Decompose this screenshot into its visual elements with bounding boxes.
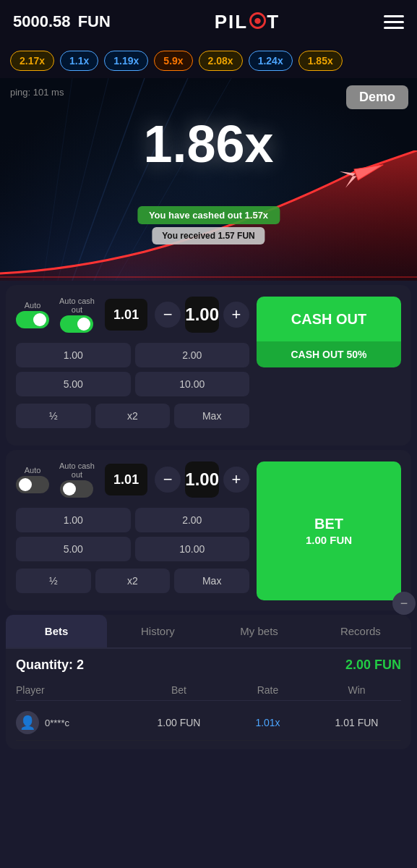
quantity-row: Quantity: 2 2.00 FUN [16,658,401,673]
quick-2.00-btn-2[interactable]: 2.00 [135,508,250,532]
bet-label: BET [314,514,343,533]
mult-badge-3: 5.9x [154,51,192,71]
quantity-fun: 2.00 FUN [345,658,401,673]
bet-value-2: 1.00 [185,461,219,498]
cashout-message: You have cashed out 1.57x [137,206,280,224]
balance-value: 5000.58 FUN [13,12,111,30]
bet-fun-label: 1.00 FUN [306,533,352,548]
auto-cashout-label-2: Auto cash out [56,461,98,479]
logo-text2: T [267,11,280,33]
logo-text: PIL [215,11,248,33]
multiplier-history-row: 2.17x 1.1x 1.19x 5.9x 2.08x 1.24x 1.85x [0,43,417,78]
bets-section: Quantity: 2 2.00 FUN Player Bet Rate Win… [6,649,411,749]
auto-toggle-group-2: Auto [16,466,49,493]
player-cell: 👤 0****c [16,711,134,734]
balance-display: 5000.58 FUN [13,12,111,31]
bet-increase-btn-2[interactable]: + [223,467,249,493]
auto-cashout-value-2[interactable]: 1.01 [105,464,147,495]
demo-badge: Demo [346,85,408,109]
quick-1.00-btn-1[interactable]: 1.00 [16,343,131,367]
quick-amounts-2: 1.00 2.00 5.00 10.00 [16,508,249,561]
mult-badge-2: 1.19x [104,51,148,71]
logo-accent: ⦿ [248,11,267,33]
bet-panel-2-right: BET 1.00 FUN [257,461,401,600]
tab-my-bets[interactable]: My bets [209,615,310,647]
bet-increase-btn-1[interactable]: + [223,302,249,328]
bet-decrease-btn-1[interactable]: − [155,302,181,328]
double-btn-2[interactable]: x2 [95,569,171,593]
cashout50-button[interactable]: CASH OUT 50% [257,341,401,367]
auto-toggle-group-1: Auto [16,301,49,328]
mult-badge-5: 1.24x [249,51,293,71]
bet-cell: 1.00 FUN [134,717,223,728]
quick-amounts-1: 1.00 2.00 5.00 10.00 [16,343,249,396]
menu-button[interactable] [384,15,404,29]
avatar: 👤 [16,711,39,734]
ping-label: ping: 101 ms [10,87,64,98]
bet-panel-2: Auto Auto cash out 1.01 − 1.00 + [6,450,411,610]
quantity-label: Quantity: 2 [16,658,84,673]
auto-toggle-1[interactable] [16,311,49,328]
quick-1.00-btn-2[interactable]: 1.00 [16,508,131,532]
quick-actions-1: ½ x2 Max [16,404,249,428]
mult-badge-1: 1.1x [60,51,98,71]
logo: PIL ⦿ T [215,11,280,33]
quick-actions-2: ½ x2 Max [16,569,249,593]
header-rate: Rate [223,684,312,696]
rate-cell: 1.01x [223,717,312,728]
table-row: 👤 0****c 1.00 FUN 1.01x 1.01 FUN [16,705,401,741]
table-header: Player Bet Rate Win [16,680,401,701]
bet-panel-1: Auto Auto cash out 1.01 − 1.00 + [6,285,411,446]
tab-bets[interactable]: Bets [6,615,107,647]
bet-panel-1-layout: Auto Auto cash out 1.01 − 1.00 + [16,297,401,435]
auto-cashout-toggle-2[interactable] [60,480,93,498]
remove-panel-button[interactable]: − [392,592,416,615]
quick-5.00-btn-2[interactable]: 5.00 [16,537,131,561]
bet-panel-2-left: Auto Auto cash out 1.01 − 1.00 + [16,461,249,600]
balance-amount: 5000.58 [13,12,71,30]
cashout-button[interactable]: CASH OUT [257,297,401,341]
tab-history[interactable]: History [107,615,208,647]
bet-button[interactable]: BET 1.00 FUN [257,461,401,600]
bet-panel-2-layout: Auto Auto cash out 1.01 − 1.00 + [16,461,401,600]
bet-panel-1-top: Auto Auto cash out 1.01 − 1.00 + [16,297,249,333]
double-btn-1[interactable]: x2 [95,404,171,428]
quick-5.00-btn-1[interactable]: 5.00 [16,372,131,396]
bet-panel-1-right: CASH OUT CASH OUT 50% [257,297,401,435]
bet-decrease-btn-2[interactable]: − [155,467,181,493]
auto-label-2: Auto [25,466,41,475]
auto-cashout-value-1[interactable]: 1.01 [105,299,147,331]
max-btn-1[interactable]: Max [174,404,249,428]
auto-cashout-toggle-group-2: Auto cash out [56,461,98,498]
auto-toggle-2[interactable] [16,476,49,493]
bet-panel-1-left: Auto Auto cash out 1.01 − 1.00 + [16,297,249,435]
tabs-bar: Bets History My bets Records [6,615,411,649]
win-cell: 1.01 FUN [312,717,401,728]
auto-label-1: Auto [25,301,41,310]
bet-value-1: 1.00 [185,297,219,333]
header-bet: Bet [134,684,223,696]
bet-panel-2-top: Auto Auto cash out 1.01 − 1.00 + [16,461,249,498]
mult-badge-0: 2.17x [10,51,54,71]
auto-cashout-toggle-1[interactable] [60,315,93,333]
current-multiplier: 1.86x [143,114,273,174]
auto-cashout-toggle-group-1: Auto cash out [56,297,98,333]
header-win: Win [312,684,401,696]
mult-badge-4: 2.08x [199,51,243,71]
half-btn-2[interactable]: ½ [16,569,91,593]
mult-badge-6: 1.85x [298,51,343,71]
auto-cashout-label-1: Auto cash out [56,297,98,314]
balance-currency: FUN [78,12,111,30]
quick-10.00-btn-1[interactable]: 10.00 [135,372,250,396]
game-area: ping: 101 ms Demo 1.86x You have cashed … [0,78,417,281]
tab-records[interactable]: Records [310,615,411,647]
quick-10.00-btn-2[interactable]: 10.00 [135,537,250,561]
received-message: You received 1.57 FUN [152,227,265,244]
half-btn-1[interactable]: ½ [16,404,91,428]
header: 5000.58 FUN PIL ⦿ T [0,0,417,43]
player-name: 0****c [45,718,69,728]
max-btn-2[interactable]: Max [174,569,249,593]
quick-2.00-btn-1[interactable]: 2.00 [135,343,250,367]
bet-amount-control-2: − 1.00 + [155,461,249,498]
cashout-notification: You have cashed out 1.57x You received 1… [137,206,280,244]
